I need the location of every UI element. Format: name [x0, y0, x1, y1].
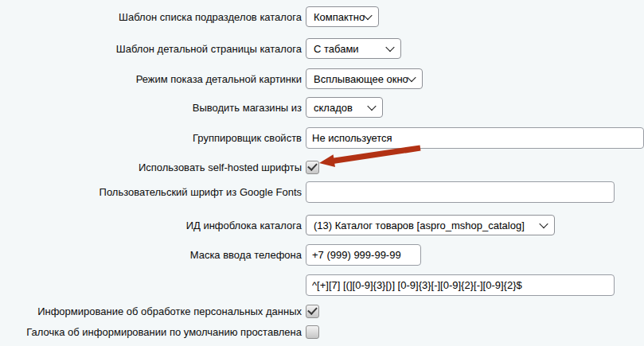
form-row: Информирование об обработке персональных… [0, 305, 644, 318]
chevron-down-icon [367, 102, 376, 111]
personal-data-consent-label: Информирование об обработке персональных… [0, 305, 306, 317]
self-hosted-fonts-checkbox[interactable] [306, 161, 319, 174]
checkmark-icon [307, 161, 318, 171]
checkmark-icon [307, 305, 318, 315]
consent-default-checked-label: Галочка об информировании по умолчанию п… [0, 326, 306, 338]
phone-regex-input[interactable] [306, 274, 615, 296]
form-row: Шаблон списка подразделов каталога Компа… [0, 6, 644, 27]
chevron-down-icon [385, 43, 394, 52]
subsection-list-template-label: Шаблон списка подразделов каталога [0, 11, 306, 23]
chevron-down-icon [539, 220, 548, 228]
google-fonts-input[interactable] [306, 181, 615, 203]
form-row: Маска ввода телефона [0, 244, 644, 266]
detail-image-mode-select[interactable]: Всплывающее окно [306, 68, 423, 89]
property-grouper-label: Группировщик свойств [0, 132, 306, 144]
property-grouper-input[interactable] [306, 127, 644, 149]
catalog-iblock-label: ИД инфоблока каталога [0, 220, 306, 231]
detail-page-template-select[interactable]: С табами [306, 38, 401, 59]
select-value: Компактно [314, 11, 365, 23]
detail-page-template-label: Шаблон детальной страницы каталога [0, 43, 306, 55]
catalog-iblock-select[interactable]: (13) Каталог товаров [aspro_mshop_catalo… [306, 215, 555, 235]
google-fonts-label: Пользовательский шрифт из Google Fonts [0, 186, 306, 198]
detail-image-mode-label: Режим показа детальной картинки [0, 73, 306, 85]
form-row: Пользовательский шрифт из Google Fonts [0, 181, 644, 203]
form-row: Группировщик свойств [0, 127, 644, 149]
phone-mask-input[interactable] [306, 244, 421, 266]
form-row: ИД инфоблока каталога (13) Каталог товар… [0, 215, 644, 235]
form-row: Использовать self-hosted шрифты [0, 161, 644, 174]
form-row: Режим показа детальной картинки Всплываю… [0, 68, 644, 89]
phone-mask-label: Маска ввода телефона [0, 249, 306, 261]
chevron-down-icon [407, 73, 416, 82]
select-value: С табами [314, 43, 359, 55]
select-value: складов [314, 102, 353, 114]
select-value: (13) Каталог товаров [aspro_mshop_catalo… [314, 220, 525, 231]
select-value: Всплывающее окно [314, 73, 408, 85]
settings-form: Шаблон списка подразделов каталога Компа… [0, 0, 644, 346]
form-row: Галочка об информировании по умолчанию п… [0, 325, 644, 339]
form-row: Выводить магазины из складов [0, 97, 644, 118]
stores-source-select[interactable]: складов [306, 97, 383, 118]
stores-source-label: Выводить магазины из [0, 102, 306, 114]
consent-default-checked-checkbox[interactable] [306, 325, 319, 339]
subsection-list-template-select[interactable]: Компактно [306, 6, 379, 27]
self-hosted-fonts-label: Использовать self-hosted шрифты [0, 161, 306, 173]
form-row [0, 274, 644, 296]
personal-data-consent-checkbox[interactable] [306, 305, 319, 318]
form-row: Шаблон детальной страницы каталога С таб… [0, 38, 644, 59]
